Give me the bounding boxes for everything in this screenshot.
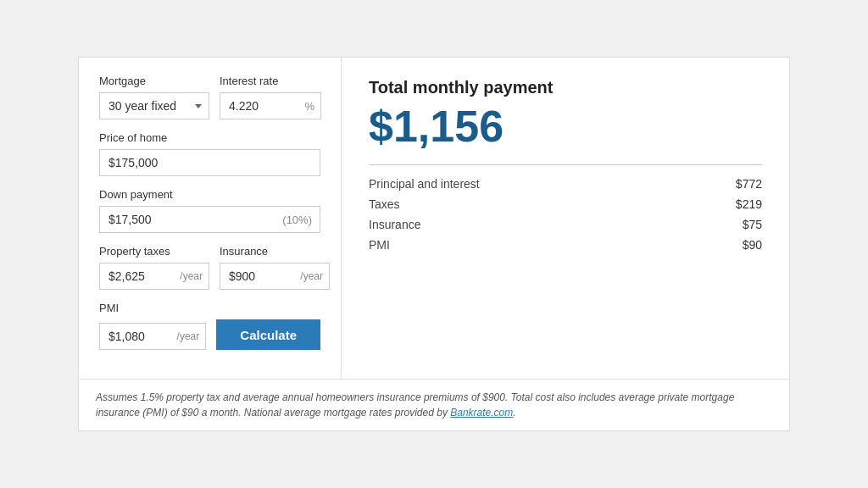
mortgage-label: Mortgage: [99, 75, 209, 87]
breakdown-label-principal: Principal and interest: [369, 177, 480, 191]
breakdown-row-pmi: PMI $90: [369, 238, 762, 252]
breakdown-row-insurance: Insurance $75: [369, 218, 762, 231]
total-amount: $1,156: [369, 103, 762, 151]
insurance-input[interactable]: [220, 263, 330, 290]
taxes-insurance-row: Property taxes /year Insurance /year: [99, 245, 320, 290]
pmi-field-group: PMI /year Calculate: [99, 302, 320, 350]
total-monthly-label: Total monthly payment: [369, 78, 762, 97]
price-input[interactable]: [99, 149, 320, 176]
insurance-input-wrapper: /year: [220, 263, 330, 290]
pmi-label: PMI: [99, 302, 320, 314]
breakdown-row-principal: Principal and interest $772: [369, 177, 762, 191]
pmi-input[interactable]: [99, 323, 206, 350]
mortgage-interest-row: Mortgage 30 year fixed 15 year fixed 5/1…: [99, 75, 320, 119]
breakdown-label-taxes: Taxes: [369, 197, 400, 211]
bankrate-link[interactable]: Bankrate.com: [450, 407, 513, 419]
divider: [369, 164, 762, 165]
main-wrapper: Mortgage 30 year fixed 15 year fixed 5/1…: [78, 57, 790, 431]
price-label: Price of home: [99, 131, 320, 144]
breakdown-amount-insurance: $75: [743, 218, 762, 231]
down-payment-input[interactable]: [99, 206, 320, 233]
mortgage-select[interactable]: 30 year fixed 15 year fixed 5/1 ARM: [99, 92, 209, 119]
calculate-button[interactable]: Calculate: [216, 319, 320, 350]
down-payment-field-group: Down payment (10%): [99, 188, 320, 233]
interest-input-wrapper: %: [220, 92, 321, 119]
pmi-input-wrapper: /year: [99, 323, 206, 350]
breakdown-amount-pmi: $90: [743, 238, 762, 252]
interest-rate-label: Interest rate: [220, 75, 321, 87]
interest-rate-field-group: Interest rate %: [220, 75, 321, 119]
taxes-input-wrapper: /year: [99, 263, 209, 290]
down-payment-label: Down payment: [99, 188, 320, 201]
right-panel: Total monthly payment $1,156 Principal a…: [342, 58, 789, 379]
footer-period: .: [513, 407, 515, 419]
insurance-field-group: Insurance /year: [220, 245, 330, 290]
pmi-row: /year Calculate: [99, 319, 320, 350]
interest-rate-input[interactable]: [220, 92, 321, 119]
taxes-input[interactable]: [99, 263, 209, 290]
footer-note: Assumes 1.5% property tax and average an…: [78, 380, 790, 431]
left-panel: Mortgage 30 year fixed 15 year fixed 5/1…: [79, 58, 342, 379]
taxes-label: Property taxes: [99, 245, 209, 258]
taxes-field-group: Property taxes /year: [99, 245, 209, 290]
price-field-group: Price of home: [99, 131, 320, 176]
insurance-label: Insurance: [220, 245, 330, 258]
footer-text: Assumes 1.5% property tax and average an…: [96, 391, 734, 419]
breakdown-label-pmi: PMI: [369, 238, 390, 252]
down-input-wrapper: (10%): [99, 206, 320, 233]
calculator-card: Mortgage 30 year fixed 15 year fixed 5/1…: [78, 57, 790, 380]
breakdown-amount-taxes: $219: [736, 197, 762, 211]
breakdown-row-taxes: Taxes $219: [369, 197, 762, 211]
breakdown-label-insurance: Insurance: [369, 218, 420, 231]
mortgage-field-group: Mortgage 30 year fixed 15 year fixed 5/1…: [99, 75, 209, 119]
breakdown-amount-principal: $772: [736, 177, 762, 191]
